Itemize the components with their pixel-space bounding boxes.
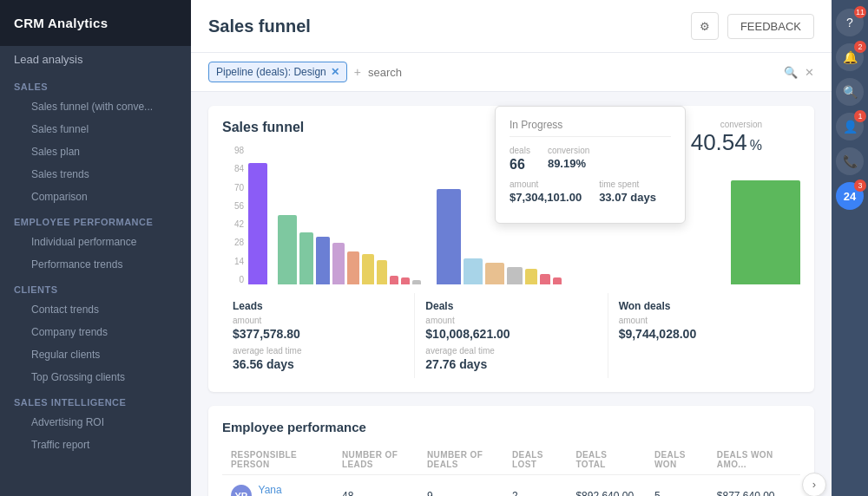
tooltip-time-value: 33.07 days <box>599 191 656 204</box>
chart-bar <box>464 258 483 284</box>
filter-plus-icon: + <box>354 65 361 79</box>
notifications-button[interactable]: 🔔 2 <box>836 43 864 71</box>
metric-deals: Deals amount $10,008,621.00 average deal… <box>415 293 608 378</box>
page-header: Sales funnel ⚙ FEEDBACK <box>191 0 832 53</box>
help-button[interactable]: ? 11 <box>836 9 864 36</box>
gear-icon: ⚙ <box>700 20 710 33</box>
sidebar-item-company-trends[interactable]: Company trends <box>0 321 191 343</box>
chart-bar <box>540 274 550 284</box>
icon-bar: ? 11 🔔 2 🔍 👤 1 📞 24 3 <box>832 0 868 496</box>
cell-leads: 48 <box>333 475 418 497</box>
chart-tooltip: In Progress deals 66 conversion 89.19% a… <box>495 106 686 224</box>
metric-deals-amount-label: amount <box>425 316 596 325</box>
main-content: Sales funnel ⚙ FEEDBACK Pipeline (deals)… <box>191 0 832 496</box>
metric-leads-avg-label: average lead time <box>233 346 404 356</box>
sidebar-item-contact-trends[interactable]: Contact trends <box>0 298 191 321</box>
clock-button[interactable]: 24 3 <box>836 182 864 210</box>
chart-bar <box>553 277 562 284</box>
search-icon[interactable]: 🔍 <box>784 66 798 79</box>
col-lost: DEALS LOST <box>503 445 567 475</box>
gear-button[interactable]: ⚙ <box>691 12 719 40</box>
clock-icon: 24 <box>844 190 856 203</box>
tooltip-conversion: conversion 89.19% <box>548 146 589 173</box>
chart-bar <box>390 276 398 284</box>
col-total: DEALS TOTAL <box>567 445 645 475</box>
tooltip-amount: amount $7,304,101.00 <box>510 179 582 204</box>
chart-bar <box>316 237 330 284</box>
chart-bar <box>401 277 410 284</box>
person-cell: YP Yana Prokopets <box>231 484 325 496</box>
chart-bar-won <box>731 180 800 284</box>
tooltip-time: time spent 33.07 days <box>599 179 656 204</box>
metric-won-amount-label: amount <box>619 316 790 325</box>
user-button[interactable]: 👤 1 <box>836 113 864 140</box>
metric-deals-category: Deals <box>425 300 596 312</box>
table-row: YP Yana Prokopets 48 9 2 $892,640.00 5 $… <box>222 475 800 497</box>
col-won: DEALS WON <box>646 445 708 475</box>
sidebar-item-traffic-report[interactable]: Traffic report <box>0 434 191 456</box>
filter-bar: Pipeline (deals): Design ✕ + 🔍 ✕ <box>191 53 832 92</box>
sidebar-item-comparison[interactable]: Comparison <box>0 186 191 208</box>
search-button[interactable]: 🔍 <box>836 78 864 106</box>
metric-leads-avg: 36.56 days <box>233 357 404 371</box>
filter-search-input[interactable] <box>368 66 777 79</box>
chart-bar <box>485 263 504 284</box>
chart-bar <box>377 260 387 284</box>
sidebar-item-sales-funnel-conv[interactable]: Sales funnel (with conve... <box>0 95 191 118</box>
feedback-button[interactable]: FEEDBACK <box>727 14 814 39</box>
sidebar-item-advertising-roi[interactable]: Advertising ROI <box>0 411 191 434</box>
col-won-amount: DEALS WON AMO... <box>708 445 800 475</box>
sidebar-item-top-grossing[interactable]: Top Grossing clients <box>0 366 191 388</box>
tooltip-deals: deals 66 <box>510 146 530 173</box>
cell-lost: 2 <box>503 475 567 497</box>
person-name[interactable]: Yana Prokopets <box>259 484 325 496</box>
filter-tag-close[interactable]: ✕ <box>331 66 339 78</box>
sidebar-group-sales: Sales <box>0 73 191 95</box>
metric-leads-amount-label: amount <box>233 316 404 325</box>
cell-deals: 9 <box>418 475 503 497</box>
col-leads: NUMBER OF LEADS <box>333 445 418 475</box>
help-badge: 11 <box>854 6 866 18</box>
col-deals: NUMBER OF DEALS <box>418 445 503 475</box>
employee-performance-title: Employee performance <box>222 420 800 434</box>
sidebar-item-sales-trends[interactable]: Sales trends <box>0 163 191 186</box>
content-area: Sales funnel conversion 40.54 % 98 84 70… <box>191 92 832 496</box>
cell-won: 5 <box>646 475 708 497</box>
chart-bar <box>347 251 359 284</box>
tooltip-amount-label: amount <box>510 179 582 189</box>
filter-tag-label: Pipeline (deals): Design <box>216 66 326 78</box>
page-title: Sales funnel <box>208 16 311 36</box>
metric-deals-avg-label: average deal time <box>425 346 596 356</box>
filter-tag[interactable]: Pipeline (deals): Design ✕ <box>208 62 347 82</box>
employee-performance-card: Employee performance RESPONSIBLE PERSON … <box>208 406 814 496</box>
sidebar-item-individual-performance[interactable]: Individual performance <box>0 231 191 253</box>
tooltip-amount-value: $7,304,101.00 <box>510 191 582 204</box>
filter-clear-icon[interactable]: ✕ <box>805 66 814 79</box>
funnel-metrics: Leads amount $377,578.80 average lead ti… <box>222 293 800 378</box>
chart-bar <box>248 163 267 284</box>
chart-bar <box>299 232 313 284</box>
next-page-button[interactable]: › <box>802 473 826 497</box>
chevron-right-icon: › <box>812 478 816 491</box>
question-icon: ? <box>846 16 853 29</box>
chart-bar <box>362 254 374 284</box>
header-actions: ⚙ FEEDBACK <box>691 12 814 40</box>
sidebar-group-sales-intelligence: Sales Intelligence <box>0 388 191 411</box>
performance-table: RESPONSIBLE PERSON NUMBER OF LEADS NUMBE… <box>222 445 800 496</box>
tooltip-conversion-value: 89.19% <box>548 157 589 170</box>
tooltip-conversion-label: conversion <box>548 146 589 155</box>
sidebar-item-performance-trends[interactable]: Performance trends <box>0 253 191 276</box>
tooltip-deals-label: deals <box>510 146 530 155</box>
sidebar-item-regular-clients[interactable]: Regular clients <box>0 343 191 366</box>
sidebar-item-sales-funnel[interactable]: Sales funnel <box>0 118 191 140</box>
phone-button[interactable]: 📞 <box>836 147 864 175</box>
sidebar-item-lead-analysis[interactable]: Lead analysis <box>0 46 191 73</box>
metric-leads-category: Leads <box>233 300 404 312</box>
sidebar-group-employee: Employee performance <box>0 208 191 231</box>
sidebar-item-sales-plan[interactable]: Sales plan <box>0 140 191 163</box>
metric-deals-avg: 27.76 days <box>425 357 596 371</box>
chart-y-axis: 98 84 70 56 42 28 14 0 <box>222 146 244 284</box>
cell-won-amount: $877,640.00 <box>708 475 800 497</box>
metric-won: Won deals amount $9,744,028.00 <box>608 293 800 378</box>
funnel-card: Sales funnel conversion 40.54 % 98 84 70… <box>208 106 814 392</box>
